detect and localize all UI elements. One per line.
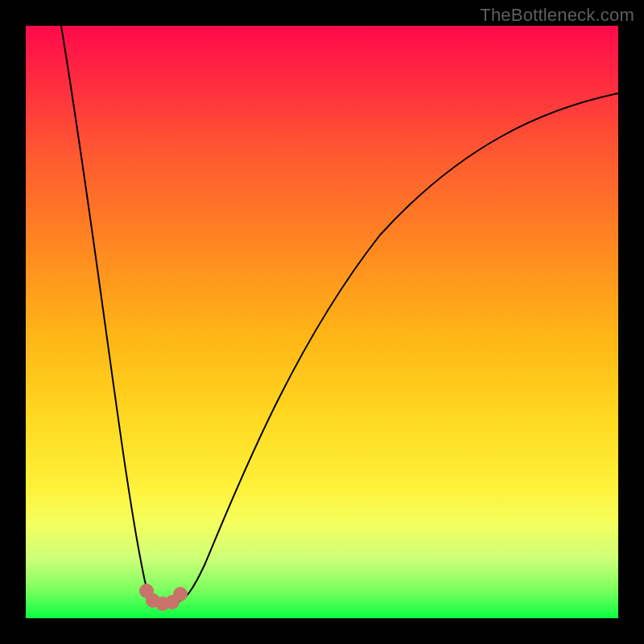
curve-layer bbox=[26, 26, 618, 618]
plot-area bbox=[26, 26, 618, 618]
left-branch-curve bbox=[61, 26, 159, 602]
right-branch-curve bbox=[177, 93, 618, 602]
outer-frame: TheBottleneck.com bbox=[0, 0, 644, 644]
watermark-text: TheBottleneck.com bbox=[480, 5, 634, 26]
valley-dot bbox=[173, 587, 188, 601]
